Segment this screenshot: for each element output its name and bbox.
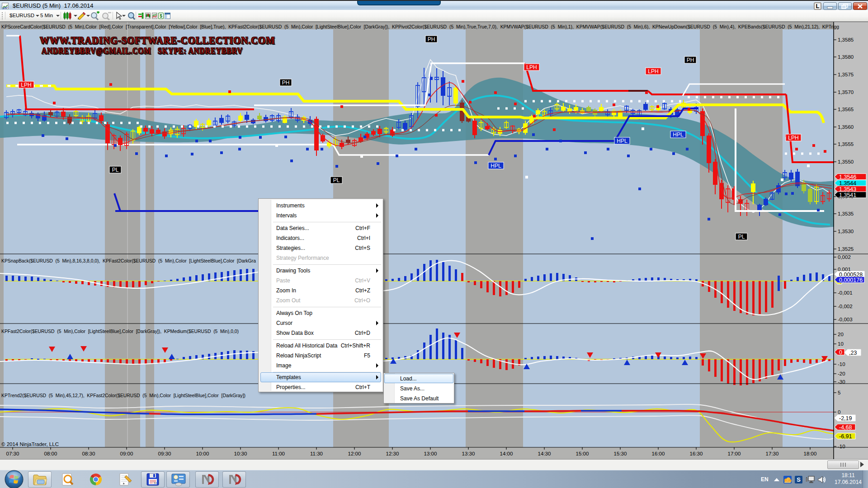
svg-text:13:30: 13:30 <box>462 451 475 456</box>
svg-text:S: S <box>797 476 801 483</box>
svg-text:-0,001: -0,001 <box>838 290 853 296</box>
svg-text:1,3530: 1,3530 <box>838 229 854 234</box>
svg-text:KPSnapBack($EURUSD (5 Min),8: KPSnapBack($EURUSD (5 Min),8,16,3,8,0,0)… <box>1 258 256 263</box>
svg-text:15:00: 15:00 <box>576 451 589 456</box>
svg-text:LPH: LPH <box>526 64 537 70</box>
svg-text:PL: PL <box>738 234 745 240</box>
svg-text:17:30: 17:30 <box>766 451 779 456</box>
svg-text:0,002: 0,002 <box>838 254 851 260</box>
svg-text:-10: -10 <box>838 361 845 367</box>
svg-text:1,3543: 1,3543 <box>839 186 856 192</box>
svg-text:-2,19: -2,19 <box>839 415 852 422</box>
svg-text:1,3565: 1,3565 <box>838 107 854 112</box>
svg-text:16:30: 16:30 <box>690 451 703 456</box>
svg-text:PH: PH <box>282 80 290 86</box>
svg-text:1,3550: 1,3550 <box>838 159 854 164</box>
svg-text:1,3580: 1,3580 <box>838 54 854 60</box>
svg-text:HPL: HPL <box>673 131 684 138</box>
svg-text:KPTrend2($EURUSD (5 Min),45,: KPTrend2($EURUSD (5 Min),45,12,7), KPFas… <box>1 393 245 398</box>
svg-text:14:00: 14:00 <box>500 451 513 456</box>
svg-text:0: 0 <box>838 409 840 415</box>
svg-text:12:00: 12:00 <box>348 451 361 456</box>
svg-text:LPH: LPH <box>21 82 31 88</box>
svg-text:-0,003: -0,003 <box>838 317 853 322</box>
svg-text:11:00: 11:00 <box>272 451 285 456</box>
svg-text:PL: PL <box>112 167 119 173</box>
svg-text:1,3535: 1,3535 <box>838 211 854 216</box>
svg-text:09:30: 09:30 <box>158 451 171 456</box>
svg-text:PL: PL <box>333 177 340 183</box>
svg-text:-6,91: -6,91 <box>839 433 852 440</box>
svg-text:PH: PH <box>428 36 435 42</box>
svg-text:10: 10 <box>838 341 844 347</box>
svg-text:14:30: 14:30 <box>538 451 551 456</box>
svg-text:1,3546: 1,3546 <box>839 174 856 180</box>
svg-text:10:00: 10:00 <box>196 451 209 456</box>
svg-text:© 2014 NinjaTrader, LLC: © 2014 NinjaTrader, LLC <box>1 441 59 447</box>
svg-text:1,3575: 1,3575 <box>838 72 854 77</box>
svg-text:-0,002: -0,002 <box>838 304 853 309</box>
svg-text:15:30: 15:30 <box>614 451 627 456</box>
svg-text:20: 20 <box>838 332 844 337</box>
svg-text:LPH: LPH <box>788 135 798 141</box>
svg-text:5: 5 <box>838 390 840 395</box>
svg-text:HPL: HPL <box>491 163 501 169</box>
svg-text:1,3525: 1,3525 <box>838 246 854 252</box>
svg-text:-10: -10 <box>838 444 845 449</box>
svg-text:$: $ <box>160 14 162 19</box>
svg-text:09:00: 09:00 <box>120 451 133 456</box>
svg-text:-30: -30 <box>838 379 845 385</box>
svg-text:08:00: 08:00 <box>44 451 57 456</box>
svg-text:1,3560: 1,3560 <box>838 124 854 130</box>
svg-text:11:30: 11:30 <box>310 451 323 456</box>
svg-text:-20: -20 <box>838 371 845 376</box>
svg-text:1,3585: 1,3585 <box>838 37 854 42</box>
svg-text:,23: ,23 <box>849 350 857 356</box>
svg-text:-4,68: -4,68 <box>839 424 852 431</box>
svg-text:12:30: 12:30 <box>386 451 399 456</box>
svg-text:08:30: 08:30 <box>82 451 95 456</box>
svg-text:LPH: LPH <box>648 68 658 75</box>
svg-text:13:00: 13:00 <box>424 451 437 456</box>
svg-text:17:00: 17:00 <box>728 451 741 456</box>
svg-text:KPScoreCardColor($EURUSD (5: KPScoreCardColor($EURUSD (5 Min),Color [… <box>1 24 839 29</box>
svg-text:16:00: 16:00 <box>652 451 665 456</box>
svg-text:0: 0 <box>839 349 842 356</box>
svg-text:1,3544: 1,3544 <box>839 180 856 187</box>
svg-text:1,3570: 1,3570 <box>838 89 854 95</box>
svg-text:1,3555: 1,3555 <box>838 141 854 147</box>
svg-text:PH: PH <box>687 57 694 63</box>
svg-text:18:00: 18:00 <box>804 451 817 456</box>
svg-text:10:30: 10:30 <box>234 451 247 456</box>
svg-text:0,000176: 0,000176 <box>839 277 863 283</box>
svg-text:07:30: 07:30 <box>6 451 19 456</box>
svg-text:1,3541: 1,3541 <box>839 192 856 198</box>
svg-text:KPFast2Color($EURUSD (5 Min): KPFast2Color($EURUSD (5 Min),Color [Ligh… <box>1 328 239 334</box>
svg-text:HPL: HPL <box>617 138 627 144</box>
